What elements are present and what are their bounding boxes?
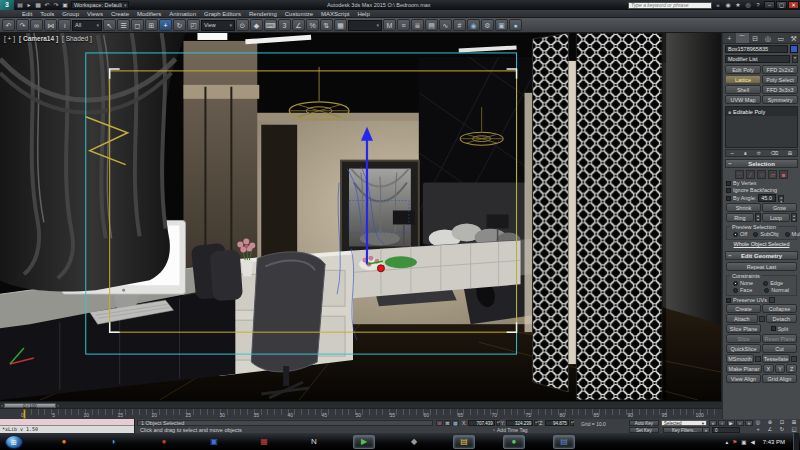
go-to-start-button[interactable]: « bbox=[709, 420, 717, 426]
schematic-view-icon[interactable]: # bbox=[453, 19, 466, 31]
named-sets-icon[interactable]: ▦ bbox=[334, 19, 347, 31]
ring-spinner[interactable]: ▴▾ bbox=[755, 213, 761, 222]
constraint-face-radio[interactable]: Face bbox=[733, 287, 752, 293]
zoom-extents-all-icon[interactable]: ⊞ bbox=[788, 419, 800, 426]
tab-hierarchy[interactable]: ⊟ bbox=[749, 33, 762, 43]
fov-icon[interactable]: ∠ bbox=[764, 426, 776, 433]
taskbar-app-7[interactable]: ▶ bbox=[353, 435, 375, 449]
modifier-set-button[interactable]: Symmetry bbox=[762, 95, 798, 104]
time-slider-handle[interactable]: 0 / 100 bbox=[4, 403, 56, 408]
reset-plane-button[interactable]: Reset Plane bbox=[762, 334, 797, 343]
mirror-icon[interactable]: M bbox=[383, 19, 396, 31]
constraint-none-radio[interactable]: None bbox=[733, 280, 753, 286]
vertex-subobject-icon[interactable]: ∵ bbox=[735, 170, 744, 179]
tray-expand-icon[interactable]: ▴ bbox=[726, 439, 729, 445]
object-name-field[interactable]: Box1578965835 bbox=[725, 45, 788, 53]
selection-filter-dropdown[interactable]: All▾ bbox=[72, 20, 102, 31]
green-object[interactable] bbox=[385, 256, 417, 268]
snap-toggle-icon[interactable]: 3 bbox=[278, 19, 291, 31]
help-icon[interactable]: ? bbox=[754, 1, 762, 9]
show-end-result-icon[interactable]: ∎ bbox=[743, 150, 747, 156]
minimize-button[interactable]: – bbox=[764, 1, 775, 9]
select-move-icon[interactable]: + bbox=[159, 19, 172, 31]
curve-editor-icon[interactable]: ∿ bbox=[439, 19, 452, 31]
preview-off-radio[interactable]: Off bbox=[733, 231, 747, 237]
angle-value-field[interactable]: 45.0 bbox=[758, 194, 776, 202]
border-subobject-icon[interactable]: ○ bbox=[757, 170, 766, 179]
create-button[interactable]: Create bbox=[726, 304, 761, 313]
taskbar-app-9[interactable]: ▤ bbox=[453, 435, 475, 449]
select-link-icon[interactable]: ∞ bbox=[30, 19, 43, 31]
taskbar-app-1[interactable]: ● bbox=[53, 435, 75, 449]
edit-geometry-rollout-header[interactable]: − Edit Geometry bbox=[725, 251, 798, 260]
preserve-uvs-settings[interactable] bbox=[769, 297, 775, 303]
window-crossing-icon[interactable]: ⊞ bbox=[145, 19, 158, 31]
auto-key-button[interactable]: Auto Key bbox=[629, 420, 659, 426]
taskbar-app-8[interactable]: ◆ bbox=[403, 435, 425, 449]
make-planar-button[interactable]: Make Planar bbox=[726, 364, 762, 373]
slice-button[interactable]: Slice bbox=[726, 334, 761, 343]
by-angle-checkbox[interactable]: By Angle: 45.0 ▴▾ bbox=[726, 194, 797, 202]
attach-button[interactable]: Attach bbox=[726, 314, 758, 323]
spinner-snap-icon[interactable]: ⇅ bbox=[320, 19, 333, 31]
grid-align-button[interactable]: Grid Align bbox=[762, 374, 797, 383]
rect-region-icon[interactable]: ◻ bbox=[131, 19, 144, 31]
polygon-subobject-icon[interactable]: ▱ bbox=[768, 170, 777, 179]
macro-recorder-line[interactable] bbox=[0, 419, 134, 426]
taskbar-app-3[interactable]: ● bbox=[153, 435, 175, 449]
keyboard-override-icon[interactable]: ⌨ bbox=[264, 19, 277, 31]
listener-line[interactable]: *xLib v 1.50 bbox=[0, 426, 134, 433]
select-object-icon[interactable]: ↖ bbox=[103, 19, 116, 31]
menu-item[interactable]: Help bbox=[353, 11, 373, 17]
align-icon[interactable]: ≡ bbox=[397, 19, 410, 31]
favorites-star-icon[interactable]: ★ bbox=[734, 1, 742, 9]
preserve-uvs-checkbox[interactable]: Preserve UVs bbox=[726, 297, 797, 303]
undo-icon[interactable]: ↶ bbox=[2, 19, 15, 31]
ribbon-toggle-icon[interactable]: ▤ bbox=[425, 19, 438, 31]
tab-display[interactable]: ▭ bbox=[774, 33, 787, 43]
edge-subobject-icon[interactable]: ∕ bbox=[746, 170, 755, 179]
z-spinner[interactable]: ▴▾ bbox=[570, 420, 574, 426]
tab-motion[interactable]: ◎ bbox=[761, 33, 774, 43]
planar-y-button[interactable]: Y bbox=[775, 364, 786, 373]
menu-item[interactable]: Customize bbox=[281, 11, 317, 17]
chevron-down-icon[interactable]: ▾ bbox=[792, 55, 798, 63]
shrink-button[interactable]: Shrink bbox=[726, 203, 761, 212]
isolate-selection-icon[interactable]: ⊘ bbox=[436, 420, 443, 426]
view-align-button[interactable]: View Align bbox=[726, 374, 761, 383]
taskbar-app-11[interactable]: ▤ bbox=[553, 435, 575, 449]
y-spinner[interactable]: ▴▾ bbox=[534, 420, 538, 426]
msmooth-button[interactable]: MSmooth bbox=[726, 354, 754, 363]
absolute-offset-toggle-icon[interactable]: ▦ bbox=[452, 420, 459, 426]
select-manipulate-icon[interactable]: ◆ bbox=[250, 19, 263, 31]
y-coordinate-field[interactable]: 324.239 bbox=[506, 420, 533, 426]
render-production-icon[interactable]: ● bbox=[509, 19, 522, 31]
undo-title-icon[interactable]: ↶ bbox=[43, 1, 51, 9]
menu-item[interactable]: Graph Editors bbox=[200, 11, 245, 17]
redo-icon[interactable]: ↷ bbox=[16, 19, 29, 31]
material-editor-icon[interactable]: ◉ bbox=[467, 19, 480, 31]
preview-multi-radio[interactable]: Multi bbox=[785, 231, 800, 237]
render-setup-icon[interactable]: ⚙ bbox=[481, 19, 494, 31]
attach-settings[interactable] bbox=[759, 316, 765, 322]
orbit-icon[interactable]: ↻ bbox=[776, 426, 788, 433]
modifier-list-dropdown[interactable]: Modifier List bbox=[725, 55, 790, 63]
configure-modifier-sets-icon[interactable]: ⊞ bbox=[788, 150, 793, 156]
slice-plane-button[interactable]: Slice Plane bbox=[726, 324, 761, 333]
menu-item[interactable]: Tools bbox=[36, 11, 58, 17]
object-color-swatch[interactable] bbox=[790, 45, 798, 53]
menu-item[interactable]: Modifiers bbox=[133, 11, 165, 17]
zoom-all-icon[interactable]: ⊕ bbox=[764, 419, 776, 426]
maximize-viewport-icon[interactable]: ◱ bbox=[788, 426, 800, 433]
signin-icon[interactable]: ◉ bbox=[724, 1, 732, 9]
select-rotate-icon[interactable]: ↻ bbox=[173, 19, 186, 31]
next-frame-button[interactable]: › bbox=[736, 420, 744, 426]
viewport-camera-label[interactable]: [ Camera14 ] bbox=[19, 35, 58, 42]
modifier-set-button[interactable]: FFD 2x2x2 bbox=[762, 65, 798, 74]
taskbar-app-2[interactable]: ◗ bbox=[103, 435, 125, 449]
cut-button[interactable]: Cut bbox=[762, 344, 797, 353]
selection-rollout-header[interactable]: − Selection bbox=[725, 159, 798, 168]
taskbar-app-10[interactable]: ● bbox=[503, 435, 525, 449]
new-scene-icon[interactable]: ▤ bbox=[16, 1, 24, 9]
project-folder-icon[interactable]: ▣ bbox=[61, 1, 69, 9]
